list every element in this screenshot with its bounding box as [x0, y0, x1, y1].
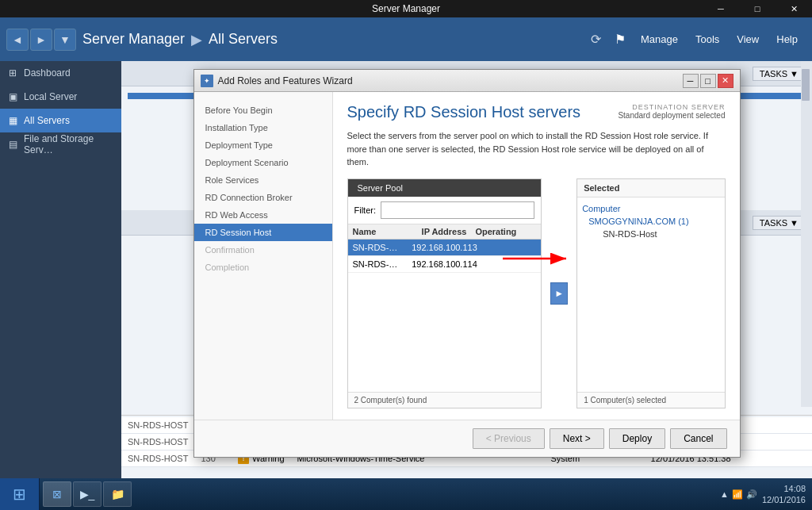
taskbar-items: ⊠ ▶_ 📁 [40, 481, 714, 507]
flag-icon: ⚑ [611, 29, 630, 51]
back-button[interactable]: ◄ [6, 29, 29, 51]
pool-table-header: Name IP Address Operating [348, 224, 542, 240]
menu-manage[interactable]: Manage [633, 30, 686, 48]
wizard-page-title: Specify RD Session Host servers [347, 103, 581, 121]
breadcrumb-separator: ▶ [191, 31, 202, 48]
taskbar-item-sm[interactable]: ⊠ [43, 481, 71, 507]
wizard-close-button[interactable]: ✕ [718, 74, 733, 88]
wizard-title-text: Add Roles and Features Wizard [218, 75, 353, 86]
sidebar-item-all-servers[interactable]: ▦ All Servers [0, 109, 121, 132]
pool-row[interactable]: SN-RDS-Host.smoggyn… 192.168.100.113 [348, 240, 542, 256]
menu-help[interactable]: Help [768, 30, 806, 48]
server-pool-tab[interactable]: Server Pool [348, 179, 542, 197]
wizard-nav-rd-session-host[interactable]: RD Session Host [194, 224, 332, 241]
wizard-title-left: ✦ Add Roles and Features Wizard [201, 75, 353, 87]
tree-group-items: SMOGGYNINJA.COM (1) SN-RDS-Host [582, 215, 719, 240]
sm-taskbar-icon: ⊠ [52, 488, 62, 500]
row-ip: 192.168.100.113 [412, 243, 477, 252]
terminal-taskbar-icon: ▶_ [80, 488, 95, 500]
forward-button[interactable]: ► [30, 29, 52, 51]
col-header-os: Operating [475, 227, 536, 236]
menu-tools[interactable]: Tools [688, 30, 727, 48]
wizard-nav-completion[interactable]: Completion [194, 259, 332, 276]
sidebar-item-file-storage[interactable]: ▤ File and Storage Serv… [0, 132, 121, 156]
wizard-nav-deployment-scenario[interactable]: Deployment Scenario [194, 154, 332, 171]
wizard-body: Before You Begin Installation Type Deplo… [194, 92, 740, 420]
start-button[interactable]: ⊞ [0, 478, 40, 510]
explorer-taskbar-icon: 📁 [111, 488, 124, 500]
col-header-ip: IP Address [422, 227, 468, 236]
systray: ▲ 📶 🔊 [720, 489, 757, 500]
dest-server-value: Standard deployment selected [618, 111, 725, 120]
wizard-nav-before-you-begin[interactable]: Before You Begin [194, 102, 332, 119]
clock-time: 14:08 [762, 483, 806, 494]
wizard-nav-installation-type[interactable]: Installation Type [194, 119, 332, 136]
wizard-main-content: Specify RD Session Host servers DESTINAT… [333, 92, 740, 420]
refresh-button[interactable]: ⟳ [585, 29, 607, 51]
taskbar-item-terminal[interactable]: ▶_ [73, 481, 102, 507]
selected-footer: 1 Computer(s) selected [577, 392, 724, 408]
taskbar-item-explorer[interactable]: 📁 [103, 481, 132, 507]
systray-volume-icon: 🔊 [746, 489, 757, 500]
tree-domain-item: SMOGGYNINJA.COM (1) [588, 215, 719, 228]
nav-buttons: ◄ ► ▼ [6, 29, 76, 51]
taskbar-clock[interactable]: 14:08 12/01/2016 [762, 483, 806, 506]
wizard-nav-confirmation[interactable]: Confirmation [194, 241, 332, 259]
maximize-button[interactable]: □ [739, 0, 776, 17]
sidebar-item-label: Local Server [24, 91, 77, 102]
tree-group: Computer SMOGGYNINJA.COM (1) SN-RDS-Host [582, 202, 719, 240]
start-icon: ⊞ [13, 485, 26, 504]
title-area: Server Manager ▶ All Servers [82, 31, 579, 48]
server-pool-left: Server Pool Filter: Name IP Address Oper… [347, 178, 542, 408]
dropdown-button[interactable]: ▼ [54, 29, 76, 51]
sidebar-item-label: File and Storage Serv… [24, 133, 115, 155]
app-title: Server Manager [372, 3, 440, 14]
wizard-nav-deployment-type[interactable]: Deployment Type [194, 136, 332, 154]
sidebar-item-label: Dashboard [24, 67, 71, 79]
tree-group-header[interactable]: Computer [582, 202, 719, 215]
pool-table-body: SN-RDS-Host.smoggyn… 192.168.100.113 SN-… [348, 240, 542, 392]
menu-view[interactable]: View [729, 30, 767, 48]
pool-row[interactable]: SN-RDS-Gateway.smog… 192.168.100.114 [348, 256, 542, 273]
next-button[interactable]: Next > [550, 428, 604, 449]
wizard-minimize-button[interactable]: ─ [683, 74, 699, 88]
dialog-overlay: ✦ Add Roles and Features Wizard ─ □ ✕ [121, 61, 812, 478]
row-ip: 192.168.100.114 [412, 259, 477, 269]
sidebar: ⊞ Dashboard ▣ Local Server ▦ All Servers… [0, 61, 121, 478]
systray-network-icon: 📶 [732, 489, 743, 500]
taskbar: ⊞ ⊠ ▶_ 📁 ▲ 📶 🔊 14:08 12/01/2016 [0, 478, 812, 510]
sidebar-item-dashboard[interactable]: ⊞ Dashboard [0, 61, 121, 85]
sidebar-item-local-server[interactable]: ▣ Local Server [0, 85, 121, 109]
clock-date: 12/01/2016 [762, 494, 806, 505]
filter-row: Filter: [348, 197, 542, 224]
dest-server-label: DESTINATION SERVER [618, 103, 725, 111]
add-server-button[interactable]: ► [550, 282, 568, 305]
tree-server-item: SN-RDS-Host [588, 228, 719, 240]
sm-app-title: Server Manager [82, 31, 185, 48]
local-server-icon: ▣ [6, 90, 19, 103]
close-button[interactable]: ✕ [776, 0, 812, 17]
deploy-button[interactable]: Deploy [609, 428, 665, 449]
minimize-button[interactable]: ─ [703, 0, 739, 17]
wizard-footer: < Previous Next > Deploy Cancel [194, 420, 740, 457]
previous-button[interactable]: < Previous [473, 428, 545, 449]
filter-input[interactable] [381, 201, 534, 219]
title-bar-controls: ─ □ ✕ [703, 0, 812, 17]
row-name: SN-RDS-Host.smoggyn… [353, 243, 404, 252]
dashboard-icon: ⊞ [6, 67, 19, 79]
row-name: SN-RDS-Gateway.smog… [353, 259, 404, 269]
toolbar-menu: Manage Tools View Help [633, 30, 806, 48]
wizard-maximize-button[interactable]: □ [700, 74, 716, 88]
computer-label: Computer [582, 204, 620, 213]
wizard-nav: Before You Begin Installation Type Deplo… [194, 92, 333, 420]
wizard-nav-rd-connection-broker[interactable]: RD Connection Broker [194, 189, 332, 206]
taskbar-right: ▲ 📶 🔊 14:08 12/01/2016 [714, 483, 812, 506]
wizard-nav-role-services[interactable]: Role Services [194, 171, 332, 189]
sidebar-item-label: All Servers [24, 115, 70, 126]
cancel-button[interactable]: Cancel [670, 428, 726, 449]
wizard-title-controls: ─ □ ✕ [683, 74, 733, 88]
selected-area: Selected Computer SMOGGYNINJA.COM (1) [576, 178, 725, 408]
pool-footer: 2 Computer(s) found [348, 392, 542, 408]
selected-tree: Computer SMOGGYNINJA.COM (1) SN-RDS-Host [577, 197, 724, 392]
wizard-nav-rd-web-access[interactable]: RD Web Access [194, 206, 332, 224]
